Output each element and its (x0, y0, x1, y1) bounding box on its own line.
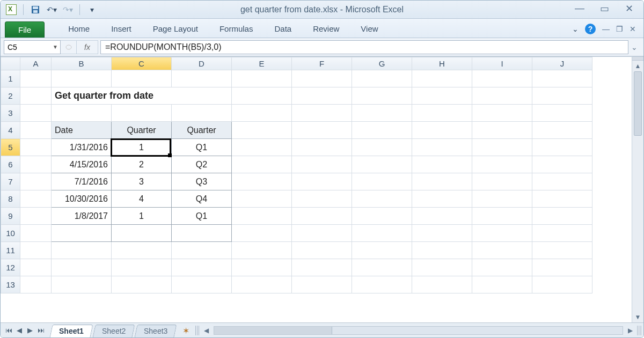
row-header-12[interactable]: 12 (1, 259, 20, 276)
name-box[interactable]: C5 ▼ (4, 40, 61, 54)
cell-c10[interactable] (112, 225, 172, 242)
scroll-right-button[interactable]: ▶ (625, 327, 635, 334)
doc-minimize-button[interactable]: ― (602, 25, 610, 33)
scroll-down-button[interactable]: ▼ (632, 312, 643, 322)
cell-b4[interactable]: Date (52, 122, 112, 139)
horizontal-scrollbar[interactable]: ◀ ▶ (193, 323, 643, 337)
minimize-button[interactable]: ― (574, 3, 586, 14)
col-header-i[interactable]: I (472, 57, 532, 70)
row-header-4[interactable]: 4 (1, 122, 20, 139)
ribbon-minimize-toggle[interactable]: ⌄ (572, 25, 579, 33)
cell-d4[interactable]: Quarter (172, 122, 232, 139)
undo-button[interactable]: ↶▾ (46, 4, 57, 15)
cell-d10[interactable] (172, 225, 232, 242)
svg-rect-2 (33, 10, 38, 13)
cell-b2-title[interactable]: Get quarter from date (52, 87, 232, 105)
row-header-1[interactable]: 1 (1, 70, 20, 87)
sheet-nav-first[interactable]: ⏮ (4, 326, 13, 334)
cell-c5[interactable]: 1 (112, 139, 172, 156)
insert-function-button[interactable]: fx (77, 40, 98, 54)
col-header-a[interactable]: A (20, 57, 52, 70)
hscroll-track[interactable] (214, 326, 623, 335)
close-button[interactable]: ✕ (623, 3, 635, 14)
vertical-scrollbar[interactable]: ▲ ▼ (632, 56, 643, 322)
row-header-11[interactable]: 11 (1, 242, 20, 259)
sheet-tab-sheet3[interactable]: Sheet3 (135, 325, 177, 337)
col-header-f[interactable]: F (292, 57, 352, 70)
cell-c6[interactable]: 2 (112, 156, 172, 173)
new-sheet-button[interactable]: ✶ (179, 326, 193, 335)
doc-restore-button[interactable]: ❐ (616, 25, 623, 33)
select-all-corner[interactable] (1, 57, 20, 70)
sheet-tab-sheet2[interactable]: Sheet2 (92, 325, 135, 337)
row-header-9[interactable]: 9 (1, 208, 20, 225)
scroll-left-button[interactable]: ◀ (202, 327, 211, 334)
cell-c9[interactable]: 1 (112, 208, 172, 225)
maximize-button[interactable]: ▭ (598, 3, 610, 14)
row-header-13[interactable]: 13 (1, 276, 20, 293)
quick-access-toolbar: ↶▾ ↷▾ ▾ (1, 4, 97, 15)
cell-b10[interactable] (52, 225, 112, 242)
row-header-3[interactable]: 3 (1, 105, 20, 122)
ribbon-tabs: File Home Insert Page Layout Formulas Da… (1, 19, 643, 38)
row-header-8[interactable]: 8 (1, 190, 20, 208)
tab-page-layout[interactable]: Page Layout (142, 21, 209, 38)
cell-c7[interactable]: 3 (112, 173, 172, 190)
tab-review[interactable]: Review (302, 21, 350, 38)
cancel-formula-button[interactable] (61, 40, 77, 54)
sheet-tab-bar: ⏮ ◀ ▶ ⏭ Sheet1 Sheet2 Sheet3 ✶ ◀ ▶ (1, 322, 643, 337)
col-header-d[interactable]: D (172, 57, 232, 70)
cell-d7[interactable]: Q3 (172, 173, 232, 190)
tab-home[interactable]: Home (57, 21, 100, 38)
help-button[interactable]: ? (585, 24, 596, 34)
cell-b8[interactable]: 10/30/2016 (52, 190, 112, 208)
redo-button[interactable]: ↷▾ (62, 4, 73, 15)
tab-view[interactable]: View (350, 21, 389, 38)
file-tab[interactable]: File (5, 21, 45, 38)
tab-scroll-split[interactable] (195, 326, 200, 335)
formula-bar: C5 ▼ fx =ROUNDUP(MONTH(B5)/3,0) ⌄ (1, 38, 643, 56)
row-header-5[interactable]: 5 (1, 139, 20, 156)
cell-d6[interactable]: Q2 (172, 156, 232, 173)
row-header-6[interactable]: 6 (1, 156, 20, 173)
row-header-10[interactable]: 10 (1, 225, 20, 242)
col-header-g[interactable]: G (352, 57, 412, 70)
row-header-2[interactable]: 2 (1, 87, 20, 105)
sheet-nav-buttons: ⏮ ◀ ▶ ⏭ (1, 323, 49, 337)
col-header-b[interactable]: B (52, 57, 112, 70)
cell-b5[interactable]: 1/31/2016 (52, 139, 112, 156)
col-header-c[interactable]: C (112, 57, 172, 70)
sheet-nav-last[interactable]: ⏭ (36, 326, 46, 334)
hscroll-thumb[interactable] (214, 327, 332, 334)
split-handle-horizontal[interactable] (632, 56, 643, 61)
sheet-nav-next[interactable]: ▶ (25, 326, 35, 334)
col-header-j[interactable]: J (532, 57, 592, 70)
vscroll-track[interactable] (632, 71, 643, 312)
col-header-h[interactable]: H (412, 57, 472, 70)
tab-data[interactable]: Data (264, 21, 302, 38)
vscroll-thumb[interactable] (634, 71, 642, 136)
name-box-dropdown-icon[interactable]: ▼ (53, 44, 58, 50)
qat-customize-button[interactable]: ▾ (86, 4, 97, 15)
worksheet-grid[interactable]: A B C D E F G H I J 1 2 Get quarter from… (1, 56, 632, 322)
tab-formulas[interactable]: Formulas (209, 21, 264, 38)
doc-close-button[interactable]: ✕ (630, 25, 636, 33)
col-header-e[interactable]: E (232, 57, 292, 70)
save-button[interactable] (30, 4, 41, 15)
formula-input[interactable]: =ROUNDUP(MONTH(B5)/3,0) (100, 40, 628, 54)
cell-d8[interactable]: Q4 (172, 190, 232, 208)
tab-insert[interactable]: Insert (100, 21, 142, 38)
cell-b7[interactable]: 7/1/2016 (52, 173, 112, 190)
sheet-nav-prev[interactable]: ◀ (14, 326, 24, 334)
cell-c8[interactable]: 4 (112, 190, 172, 208)
cell-d9[interactable]: Q1 (172, 208, 232, 225)
row-header-7[interactable]: 7 (1, 173, 20, 190)
cell-b9[interactable]: 1/8/2017 (52, 208, 112, 225)
formula-bar-expand-button[interactable]: ⌄ (628, 43, 640, 52)
cell-c4[interactable]: Quarter (112, 122, 172, 139)
sheet-tab-sheet1[interactable]: Sheet1 (49, 325, 93, 337)
cell-d5[interactable]: Q1 (172, 139, 232, 156)
split-handle-vertical[interactable] (637, 326, 641, 335)
scroll-up-button[interactable]: ▲ (632, 61, 643, 71)
cell-b6[interactable]: 4/15/2016 (52, 156, 112, 173)
